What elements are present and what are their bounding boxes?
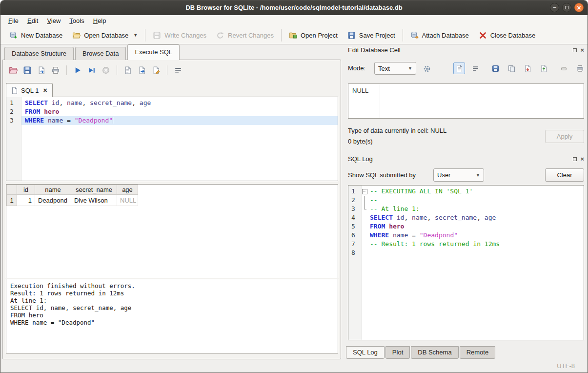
mode-combobox[interactable]: Text ▼ [374, 62, 416, 75]
edit-cell-title: Edit Database Cell [348, 46, 401, 54]
import-button[interactable] [522, 62, 533, 74]
code-line[interactable]: 6WHERE name = "Deadpond" [348, 231, 584, 240]
tab-execute-sql[interactable]: Execute SQL [127, 44, 180, 60]
attach-database-button[interactable]: Attach Database [406, 28, 474, 43]
close-dock-icon[interactable]: × [580, 48, 584, 53]
sql-editor[interactable]: 1SELECT id, name, secret_name, age2FROM … [6, 97, 338, 181]
open-project-button[interactable]: Open Project [284, 28, 343, 43]
column-header-name[interactable]: name [35, 185, 71, 195]
code-line[interactable]: 1SELECT id, name, secret_name, age [6, 99, 338, 107]
encoding-indicator[interactable]: UTF-8 [557, 362, 575, 370]
word-wrap-button[interactable] [172, 64, 184, 77]
code-text: -- [368, 196, 584, 205]
execution-log[interactable]: Execution finished without errors. Resul… [6, 279, 338, 353]
minimize-button[interactable]: − [550, 3, 559, 12]
sql-document-icon [11, 87, 18, 94]
tab-label: Database Structure [12, 50, 66, 57]
sql-log-view[interactable]: 1-- EXECUTING ALL IN 'SQL 1'2--3-- At li… [348, 185, 584, 340]
clear-log-button[interactable]: Clear [545, 168, 584, 182]
export-button[interactable] [538, 62, 549, 74]
column-header-age[interactable]: age [117, 185, 138, 195]
print-button[interactable] [49, 64, 62, 77]
text-view-button[interactable] [453, 62, 465, 74]
dock-tab-label: SQL Log [353, 349, 378, 356]
maximize-button[interactable] [562, 3, 571, 12]
execute-all-button[interactable] [71, 64, 84, 77]
attach-database-icon [410, 31, 419, 40]
line-number: 7 [348, 240, 362, 249]
cell-id[interactable]: 1 [17, 195, 35, 206]
code-line[interactable]: 2FROM hero [6, 107, 338, 116]
open-database-button[interactable]: Open Database ▼ [67, 28, 142, 43]
titlebar: DB Browser for SQLite - /home/user/code/… [0, 0, 588, 15]
code-text: WHERE name = "Deadpond" [368, 231, 584, 240]
sql-tab-label: SQL 1 [21, 87, 39, 94]
open-database-label: Open Database [84, 32, 128, 39]
sql-file-tab[interactable]: SQL 1 × [6, 83, 53, 97]
new-database-button[interactable]: New Database [4, 28, 67, 43]
open-sql-file-button[interactable] [7, 64, 20, 77]
execute-current-line-button[interactable] [85, 64, 98, 77]
dock-tab-db-schema[interactable]: DB Schema [411, 346, 458, 359]
chevron-down-icon[interactable]: ▼ [133, 33, 138, 38]
code-line[interactable]: 2-- [348, 196, 584, 205]
right-dock: Edit Database Cell × Mode: Text ▼ NULL T… [343, 44, 588, 360]
save-sql-file-as-button[interactable] [35, 64, 48, 77]
cell-name[interactable]: Deadpond [35, 195, 71, 206]
set-null-button[interactable] [558, 62, 569, 74]
results-grid[interactable]: idnamesecret_nameage11DeadpondDive Wilso… [6, 185, 338, 206]
line-number: 3 [6, 116, 21, 125]
open-results-button[interactable] [122, 64, 134, 77]
code-line[interactable]: 5FROM hero [348, 222, 584, 231]
row-header[interactable]: 1 [7, 195, 17, 206]
copy-button[interactable] [506, 62, 517, 74]
code-line[interactable]: 7-- Result: 1 rows returned in 12ms [348, 240, 584, 249]
apply-button: Apply [545, 130, 584, 143]
cell-secret_name[interactable]: Dive Wilson [71, 195, 117, 206]
menu-view[interactable]: View [42, 15, 65, 26]
auto-switch-mode-button[interactable] [420, 62, 433, 75]
sql-toolbar [7, 64, 184, 77]
menu-file[interactable]: File [4, 15, 23, 26]
code-line[interactable]: 4SELECT id, name, secret_name, age [348, 213, 584, 222]
close-database-button[interactable]: Close Database [474, 28, 541, 43]
close-dock-icon[interactable]: × [580, 157, 584, 162]
dock-tab-plot[interactable]: Plot [385, 346, 410, 359]
float-dock-icon[interactable] [573, 48, 577, 52]
close-button[interactable]: × [574, 3, 584, 12]
dock-tab-remote[interactable]: Remote [460, 346, 496, 359]
code-line[interactable]: 8 [348, 249, 584, 257]
menu-edit[interactable]: Edit [23, 15, 42, 26]
menu-tools[interactable]: Tools [65, 15, 88, 26]
tab-database-structure[interactable]: Database Structure [4, 47, 74, 60]
fold-marker-icon[interactable] [362, 187, 368, 196]
mode-label: Mode: [348, 64, 365, 72]
code-line[interactable]: 3-- At line 1: [348, 205, 584, 213]
export-results-button[interactable] [136, 64, 148, 77]
print-cell-button[interactable] [574, 62, 586, 74]
code-line[interactable]: 1-- EXECUTING ALL IN 'SQL 1' [348, 187, 584, 196]
execute-current-line-icon [87, 66, 96, 75]
format-sql-button[interactable] [150, 64, 162, 77]
main-toolbar: New Database Open Database ▼ Write Chang… [0, 26, 588, 44]
format-sql-icon [152, 66, 161, 75]
column-header-id[interactable]: id [17, 185, 35, 195]
code-line[interactable]: 3WHERE name = "Deadpond" [6, 116, 338, 125]
save-project-button[interactable]: Save Project [343, 28, 400, 43]
open-file-button[interactable] [489, 62, 501, 74]
column-header-secret_name[interactable]: secret_name [71, 185, 117, 195]
tab-browse-data[interactable]: Browse Data [75, 47, 126, 60]
stop-button [100, 64, 112, 77]
save-sql-file-button[interactable] [21, 64, 34, 77]
cell-age[interactable]: NULL [117, 195, 138, 206]
word-wrap-button[interactable] [469, 62, 481, 74]
menu-help[interactable]: Help [89, 15, 111, 26]
float-dock-icon[interactable] [573, 157, 577, 161]
cell-editor[interactable]: NULL [348, 83, 584, 119]
menubar: File Edit View Tools Help [0, 15, 588, 26]
log-filter-combobox[interactable]: User ▼ [433, 168, 484, 182]
maximize-icon [565, 6, 568, 9]
dock-tab-sql-log[interactable]: SQL Log [346, 346, 385, 359]
chevron-down-icon: ▼ [473, 173, 480, 178]
close-tab-icon[interactable]: × [43, 86, 47, 94]
